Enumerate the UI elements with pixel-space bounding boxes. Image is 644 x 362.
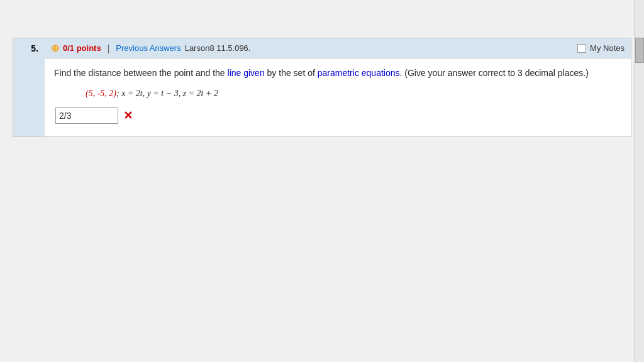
question-text-part1: Find the distance between the point and … [54,68,228,78]
question-text-highlight: line given [228,68,265,78]
math-equations: ; x = 2t, y = t − 3, z = 2t + 2 [116,89,218,98]
wrong-icon: ✕ [123,109,133,123]
question-text-part2: by the set of [265,68,318,78]
header-left: ⊕ 0/1 points | Previous Answers Larson8 … [51,42,250,54]
question-text-part3: . (Give your answer correct to 3 decimal… [400,68,589,78]
question-content: Find the distance between the point and … [45,58,631,136]
page-container: 5. ⊕ 0/1 points | Previous Answers Larso… [0,0,644,362]
problem-id: Larson8 11.5.096. [185,43,251,53]
my-notes-area: My Notes [577,43,625,53]
question-text: Find the distance between the point and … [54,66,621,80]
question-text-highlight2: parametric equations [318,68,400,78]
answer-input[interactable] [55,107,118,124]
answer-area: ✕ [55,107,621,124]
math-point: (5, -5, 2) [86,89,116,98]
math-expression: (5, -5, 2); x = 2t, y = t − 3, z = 2t + … [86,89,621,99]
right-scrollbar[interactable] [635,0,644,362]
question-header: ⊕ 0/1 points | Previous Answers Larson8 … [45,38,631,58]
question-number: 5. [13,38,45,136]
separator: | [108,43,110,53]
notes-checkbox[interactable] [577,44,586,53]
my-notes-label: My Notes [590,43,625,53]
question-block: 5. ⊕ 0/1 points | Previous Answers Larso… [13,38,631,137]
points-text: 0/1 points [63,43,101,53]
number-label: 5. [31,43,38,53]
question-wrapper: ⊕ 0/1 points | Previous Answers Larson8 … [45,38,631,136]
points-icon: ⊕ [51,42,59,54]
previous-answers-link[interactable]: Previous Answers [116,43,180,53]
scrollbar-thumb[interactable] [635,38,644,63]
